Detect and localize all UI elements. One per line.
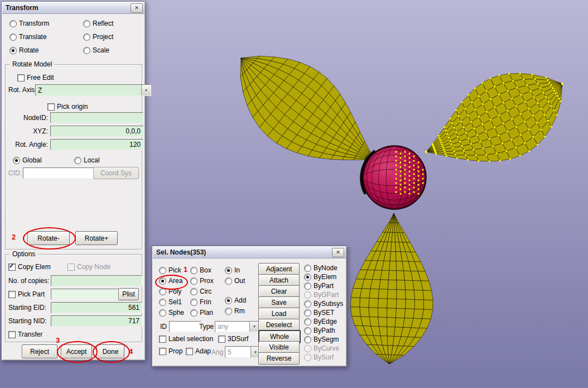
pick-mode-radio-sphe[interactable]: Sphe [159, 309, 184, 317]
sel-nodes-titlebar[interactable]: Sel. Nodes(353) ✕ [153, 247, 346, 258]
shape-radio-circ[interactable]: Circ [190, 288, 211, 295]
mode-radio-rotate[interactable]: Rotate [9, 46, 38, 54]
clear-button[interactable]: Clear [258, 285, 300, 298]
label-selection-checkbox[interactable]: Label selection [159, 335, 213, 343]
mode-radio-scale[interactable]: Scale [83, 46, 109, 54]
transform-titlebar[interactable]: Transform ✕ [2, 2, 144, 14]
inout-radio-out[interactable]: Out [225, 277, 245, 285]
pick-mode-radio-pick[interactable]: Pick [159, 266, 181, 274]
mode-radio-translate-label: Translate [19, 33, 47, 41]
starting-nid-field[interactable]: 717 [51, 315, 142, 327]
pick-part-checkbox[interactable]: Pick Part [8, 290, 45, 298]
in-label: In [234, 266, 240, 274]
mode-radio-project[interactable]: Project [83, 33, 113, 41]
radio-icon [159, 277, 166, 285]
by-radio-bycurve[interactable]: ByCurve [304, 344, 339, 352]
adap-checkbox[interactable]: Adap [186, 347, 211, 355]
by-radio-bysubsys[interactable]: BySubsys [304, 300, 343, 308]
reject-button[interactable]: Reject [22, 344, 57, 358]
cid-field[interactable] [23, 167, 95, 179]
rotate-plus-button[interactable]: Rotate+ [75, 231, 118, 245]
by-radio-byedge[interactable]: ByEdge [304, 318, 337, 325]
deselect-button[interactable]: Deselect [258, 319, 300, 331]
by-radio-bysurf[interactable]: BySurf [304, 353, 334, 361]
by-radio-byset[interactable]: BySET [304, 309, 334, 317]
done-button[interactable]: Done [97, 344, 124, 358]
transfer-checkbox[interactable]: Transfer [8, 330, 42, 338]
pick-origin-checkbox[interactable]: Pick origin [47, 103, 88, 111]
radio-icon [304, 265, 311, 272]
shape-radio-prox[interactable]: Prox [190, 277, 214, 285]
poly-label: Poly [168, 288, 181, 295]
global-radio[interactable]: Global [13, 156, 42, 164]
radio-icon [9, 20, 17, 27]
accept-button[interactable]: Accept [61, 344, 92, 358]
inout-radio-in[interactable]: In [225, 266, 240, 274]
load-button[interactable]: Load [258, 308, 300, 320]
pick-mode-radio-sel1[interactable]: Sel1 [159, 298, 182, 306]
no-of-copies-field[interactable] [51, 275, 142, 286]
pick-mode-radio-poly[interactable]: Poly [159, 288, 181, 295]
free-edit-checkbox[interactable]: Free Edit [17, 74, 54, 82]
by-radio-bysegm[interactable]: BySegm [304, 336, 339, 343]
radio-icon [304, 354, 311, 361]
local-radio[interactable]: Local [74, 156, 100, 164]
by-radio-bypath[interactable]: ByPath [304, 327, 335, 334]
addrm-radio-rm[interactable]: Rm [225, 307, 245, 315]
rotate-minus-button[interactable]: Rotate- [27, 231, 70, 245]
plist-button[interactable]: Plist [118, 288, 139, 300]
adjacent-button[interactable]: Adjacent [258, 263, 300, 275]
mode-radio-translate[interactable]: Translate [9, 33, 47, 41]
pick-part-label: Pick Part [18, 290, 45, 298]
addrm-radio-add[interactable]: Add [225, 296, 246, 304]
radio-icon [190, 288, 197, 295]
copy-elem-checkbox[interactable]: Copy Elem [8, 263, 51, 271]
area-label: Area [168, 277, 182, 285]
type-select[interactable]: any ▼ [215, 321, 259, 332]
ang-value: 5 [228, 348, 232, 356]
shape-radio-plan[interactable]: Plan [190, 309, 213, 317]
visible-button[interactable]: Visible [258, 341, 300, 353]
id-field[interactable] [169, 321, 201, 332]
by-radio-bypart[interactable]: ByPart [304, 282, 334, 290]
by-radio-bygpart[interactable]: ByGPart [304, 291, 339, 299]
add-label: Add [234, 296, 246, 304]
checkbox-icon [17, 74, 25, 82]
mode-radio-scale-label: Scale [93, 46, 109, 54]
shape-radio-box[interactable]: Box [190, 266, 211, 274]
starting-eid-field[interactable]: 561 [51, 302, 142, 313]
close-icon: ✕ [134, 6, 139, 11]
rot-axis-label: Rot. Axis: [8, 86, 37, 94]
box-label: Box [200, 266, 211, 274]
by-radio-bynode[interactable]: ByNode [304, 264, 338, 272]
pick-part-field[interactable] [51, 289, 122, 300]
shape-radio-frin[interactable]: Frin [190, 298, 211, 306]
transform-close-button[interactable]: ✕ [131, 3, 143, 13]
rot-angle-field[interactable]: 120 [50, 139, 143, 150]
surf3d-checkbox[interactable]: 3DSurf [218, 335, 248, 343]
ang-select[interactable]: 5 ▼ [225, 346, 261, 358]
node-id-field[interactable] [50, 112, 143, 123]
mode-radio-reflect[interactable]: Reflect [83, 20, 113, 27]
prop-checkbox[interactable]: Prop [159, 347, 182, 355]
radio-icon [304, 345, 311, 352]
rot-axis-select[interactable]: Z ▼ [35, 84, 151, 96]
dropdown-arrow-icon[interactable]: ▼ [249, 322, 259, 332]
radio-icon [190, 277, 197, 285]
dropdown-arrow-icon[interactable]: ▼ [141, 85, 151, 95]
by-radio-byelem[interactable]: ByElem [304, 273, 336, 281]
prox-label: Prox [200, 277, 214, 285]
circ-label: Circ [200, 288, 211, 295]
mode-radio-transform[interactable]: Transform [9, 20, 49, 27]
pick-mode-radio-area[interactable]: Area [159, 277, 182, 285]
label-selection-label: Label selection [168, 335, 213, 343]
copy-node-checkbox[interactable]: Copy Node [68, 263, 110, 271]
reverse-button[interactable]: Reverse [258, 352, 300, 365]
sel-nodes-close-button[interactable]: ✕ [332, 248, 344, 257]
coord-sys-button[interactable]: Coord Sys [93, 167, 139, 179]
attach-button[interactable]: Attach [258, 274, 300, 286]
xyz-label: XYZ: [5, 127, 48, 135]
xyz-field[interactable]: 0,0,0 [50, 126, 143, 137]
save-button[interactable]: Save [258, 296, 300, 309]
radio-icon [304, 300, 311, 308]
